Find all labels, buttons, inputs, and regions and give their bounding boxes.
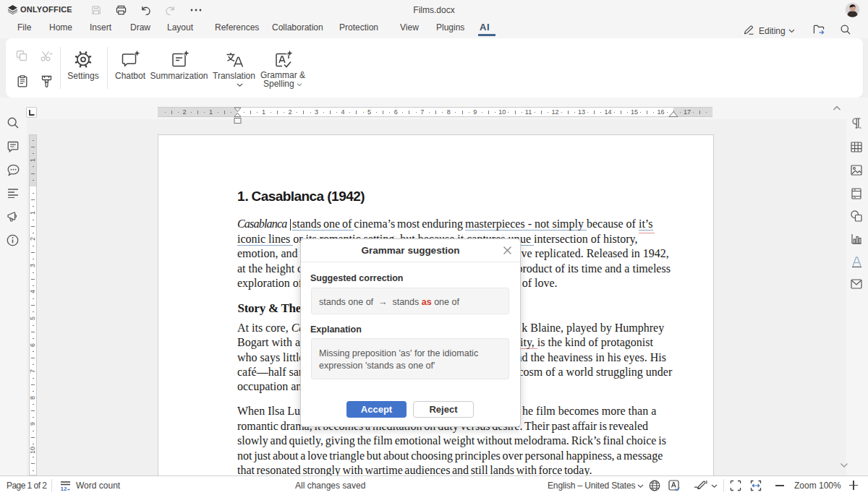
svg-text:12: 12 xyxy=(61,486,67,491)
